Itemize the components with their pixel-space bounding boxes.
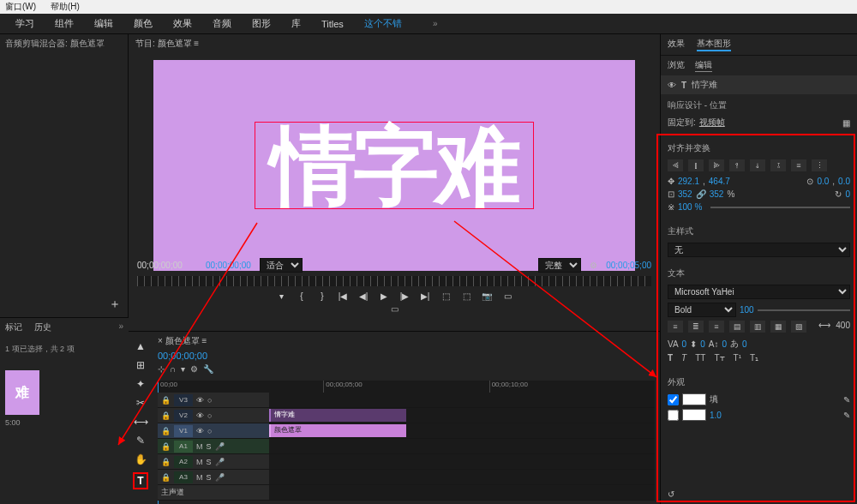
track-v2[interactable]: 情字难 — [269, 408, 655, 423]
justify-all-icon[interactable]: ▧ — [791, 321, 806, 333]
faux-bold-icon[interactable]: T — [668, 353, 673, 363]
goto-in-icon[interactable]: |◀ — [336, 291, 350, 301]
settings-icon[interactable]: ⚙ — [190, 364, 198, 374]
toggle-output-icon[interactable]: 👁 — [196, 396, 204, 405]
fill-swatch[interactable] — [682, 393, 706, 405]
faux-italic-icon[interactable]: T — [681, 353, 686, 363]
align-center-text-icon[interactable]: ≣ — [688, 321, 704, 333]
ripple-tool-icon[interactable]: ✦ — [136, 378, 145, 390]
tab-assembly[interactable]: 组件 — [55, 17, 74, 30]
rotation[interactable]: 0 — [845, 189, 850, 199]
track-label[interactable]: A2 — [174, 456, 193, 468]
slip-tool-icon[interactable]: ⟷ — [134, 416, 148, 428]
tab-effects[interactable]: 效果 — [173, 17, 192, 30]
razor-tool-icon[interactable]: ✂ — [136, 397, 145, 409]
master-style-select[interactable]: 无 — [668, 243, 850, 257]
leading[interactable]: 0 — [700, 339, 705, 349]
track-a1[interactable] — [269, 439, 655, 453]
essential-graphics-tab[interactable]: 基本图形 — [697, 38, 731, 51]
superscript-icon[interactable]: T¹ — [734, 353, 741, 363]
tab-edit[interactable]: 编辑 — [94, 17, 113, 30]
voiceover-icon[interactable]: 🎤 — [215, 442, 225, 451]
align-top-icon[interactable]: ⫯ — [729, 159, 745, 171]
clip-thumbnail[interactable]: 难 — [5, 370, 39, 415]
voiceover-icon[interactable]: 🎤 — [215, 473, 225, 482]
tab-graphics[interactable]: 图形 — [252, 17, 271, 30]
button-editor-icon[interactable]: ▭ — [391, 304, 399, 314]
pen-tool-icon[interactable]: ✎ — [136, 435, 145, 447]
eyedropper-icon[interactable]: ✎ — [843, 395, 850, 405]
track-label[interactable]: A1 — [174, 441, 193, 453]
tab-titles[interactable]: Titles — [321, 19, 344, 29]
mark-out-icon[interactable]: } — [315, 291, 329, 301]
anchor-x[interactable]: 0.0 — [817, 177, 829, 186]
pin-grid-icon[interactable]: ▦ — [842, 118, 850, 128]
goto-out-icon[interactable]: ▶| — [418, 291, 432, 301]
track-label[interactable]: V1 — [174, 425, 193, 437]
align-right-text-icon[interactable]: ≡ — [709, 321, 724, 333]
all-caps-icon[interactable]: TT — [695, 353, 705, 363]
track-v1[interactable]: 颜色遮罩 — [269, 423, 655, 438]
pin-target[interactable]: 视频帧 — [699, 117, 725, 129]
hand-tool-icon[interactable]: ✋ — [135, 453, 147, 465]
compare-icon[interactable]: ▭ — [500, 291, 514, 301]
add-marker-icon[interactable]: ▾ — [274, 291, 288, 301]
tracking[interactable]: 400 — [836, 321, 850, 333]
size-slider[interactable] — [758, 309, 850, 311]
effects-tab[interactable]: 效果 — [668, 38, 685, 51]
track-a2[interactable] — [269, 454, 655, 469]
extract-icon[interactable]: ⬚ — [459, 291, 473, 301]
settings-icon[interactable]: ⚙ — [590, 261, 597, 270]
align-center-h-icon[interactable]: ⫿ — [688, 159, 704, 171]
project-tab-overflow-icon[interactable]: » — [118, 321, 123, 333]
weight-select[interactable]: Bold — [668, 303, 736, 317]
scale-w[interactable]: 352 — [678, 189, 692, 199]
align-middle-icon[interactable]: ⫰ — [750, 159, 765, 171]
font-select[interactable]: Microsoft YaHei — [668, 285, 850, 299]
stroke-toggle[interactable] — [668, 410, 679, 421]
opacity[interactable]: 100 % — [678, 202, 702, 212]
step-fwd-icon[interactable]: |▶ — [398, 291, 411, 301]
text-clip[interactable]: 情字难 — [269, 409, 406, 422]
menu-help[interactable]: 帮助(H) — [51, 2, 80, 11]
tab-audio[interactable]: 音频 — [213, 17, 231, 30]
toggle-output-icon[interactable]: 👁 — [196, 411, 204, 420]
position-x[interactable]: 292.1 — [678, 177, 699, 186]
stroke-swatch[interactable] — [682, 409, 706, 421]
step-back-icon[interactable]: ◀| — [357, 291, 370, 301]
opacity-slider[interactable] — [710, 207, 850, 208]
small-caps-icon[interactable]: Tᴛ — [714, 353, 724, 363]
track-label[interactable]: A3 — [174, 471, 193, 483]
marker-icon[interactable]: ▾ — [181, 364, 185, 374]
font-size[interactable]: 100 — [740, 305, 754, 315]
zoom-select[interactable]: 适合 — [260, 258, 303, 273]
distribute-v-icon[interactable]: ⋮ — [812, 159, 827, 171]
tab-custom[interactable]: 这个不错 — [364, 17, 402, 30]
track-a3[interactable] — [269, 470, 655, 484]
tab-overflow-icon[interactable]: » — [433, 19, 438, 28]
justify-icon[interactable]: ▤ — [729, 321, 745, 333]
project-tab-history[interactable]: 历史 — [34, 321, 51, 333]
play-icon[interactable]: ▶ — [377, 291, 391, 301]
selection-tool-icon[interactable]: ▲ — [135, 340, 146, 352]
type-tool-icon[interactable]: T — [133, 472, 147, 489]
voiceover-icon[interactable]: 🎤 — [215, 458, 225, 466]
snap-icon[interactable]: ⊹ — [158, 364, 165, 374]
justify-last-left-icon[interactable]: ▥ — [750, 321, 765, 333]
tab-learn[interactable]: 学习 — [15, 17, 34, 30]
edit-tab[interactable]: 编辑 — [695, 59, 712, 72]
link-icon[interactable]: 🔗 — [696, 189, 706, 199]
program-scrubber[interactable] — [137, 276, 651, 286]
align-left-text-icon[interactable]: ≡ — [668, 321, 683, 333]
track-select-tool-icon[interactable]: ⊞ — [136, 359, 145, 371]
timecode-current[interactable]: 00;00;00;00 — [206, 261, 251, 270]
track-label[interactable]: V3 — [174, 394, 193, 406]
timeline-ruler[interactable]: 00;00 00;00;05;00 00;00;10;00 — [158, 381, 655, 393]
align-right-icon[interactable]: ⫸ — [709, 159, 724, 171]
subscript-icon[interactable]: T₁ — [750, 353, 758, 363]
video-canvas[interactable]: 情字难 — [153, 60, 635, 271]
stroke-width[interactable]: 1.0 — [710, 411, 722, 420]
add-icon[interactable]: ＋ — [109, 297, 121, 312]
wrench-icon[interactable]: 🔧 — [203, 364, 213, 374]
linked-sel-icon[interactable]: ∩ — [170, 364, 176, 374]
